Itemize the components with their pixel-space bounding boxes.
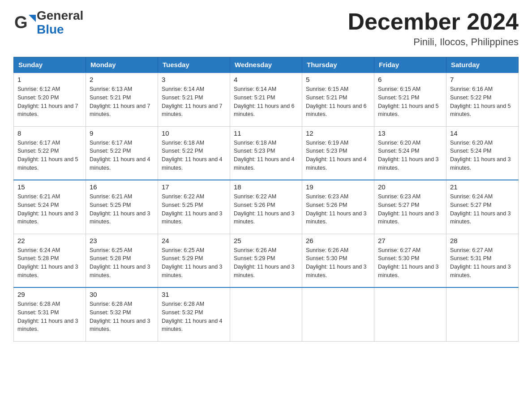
day-number: 16 <box>90 183 154 191</box>
day-number: 15 <box>17 183 82 191</box>
day-info: Sunrise: 6:14 AMSunset: 5:21 PMDaylight:… <box>234 85 298 119</box>
day-number: 13 <box>378 129 442 137</box>
day-number: 26 <box>306 237 370 244</box>
calendar-header-row: SundayMondayTuesdayWednesdayThursdayFrid… <box>14 57 519 73</box>
location: Pinili, Ilocos, Philippines <box>348 36 519 48</box>
day-info: Sunrise: 6:21 AMSunset: 5:24 PMDaylight:… <box>17 193 82 226</box>
calendar-cell <box>374 287 446 341</box>
title-block: December 2024 Pinili, Ilocos, Philippine… <box>348 9 519 48</box>
day-info: Sunrise: 6:14 AMSunset: 5:21 PMDaylight:… <box>162 85 226 119</box>
day-number: 18 <box>234 183 298 191</box>
column-header-sunday: Sunday <box>14 57 86 73</box>
calendar-cell: 12Sunrise: 6:19 AMSunset: 5:23 PMDayligh… <box>302 126 374 180</box>
calendar-cell: 27Sunrise: 6:27 AMSunset: 5:30 PMDayligh… <box>374 234 446 287</box>
calendar-week-row: 1Sunrise: 6:12 AMSunset: 5:20 PMDaylight… <box>14 73 519 126</box>
day-info: Sunrise: 6:21 AMSunset: 5:25 PMDaylight:… <box>90 193 154 226</box>
day-number: 6 <box>378 76 442 83</box>
calendar-cell: 19Sunrise: 6:23 AMSunset: 5:26 PMDayligh… <box>302 180 374 234</box>
day-number: 22 <box>17 237 82 244</box>
calendar-week-row: 8Sunrise: 6:17 AMSunset: 5:22 PMDaylight… <box>14 126 519 180</box>
day-number: 31 <box>162 291 226 298</box>
calendar-cell: 16Sunrise: 6:21 AMSunset: 5:25 PMDayligh… <box>86 180 158 234</box>
day-info: Sunrise: 6:25 AMSunset: 5:29 PMDaylight:… <box>162 246 226 280</box>
day-number: 17 <box>162 183 226 191</box>
calendar-cell: 28Sunrise: 6:27 AMSunset: 5:31 PMDayligh… <box>446 234 519 287</box>
svg-marker-1 <box>29 15 36 22</box>
day-info: Sunrise: 6:26 AMSunset: 5:30 PMDaylight:… <box>306 246 370 280</box>
day-info: Sunrise: 6:22 AMSunset: 5:26 PMDaylight:… <box>234 193 298 226</box>
day-number: 19 <box>306 183 370 191</box>
calendar-cell: 6Sunrise: 6:15 AMSunset: 5:21 PMDaylight… <box>374 73 446 126</box>
day-number: 25 <box>234 237 298 244</box>
column-header-tuesday: Tuesday <box>158 57 230 73</box>
day-number: 10 <box>162 129 226 137</box>
calendar-cell: 30Sunrise: 6:28 AMSunset: 5:32 PMDayligh… <box>86 287 158 341</box>
day-number: 5 <box>306 76 370 83</box>
day-info: Sunrise: 6:24 AMSunset: 5:27 PMDaylight:… <box>450 193 515 226</box>
day-number: 9 <box>90 129 154 137</box>
day-info: Sunrise: 6:28 AMSunset: 5:31 PMDaylight:… <box>17 300 82 334</box>
day-number: 7 <box>450 76 515 83</box>
day-info: Sunrise: 6:16 AMSunset: 5:22 PMDaylight:… <box>450 85 515 119</box>
column-header-thursday: Thursday <box>302 57 374 73</box>
calendar-cell: 14Sunrise: 6:20 AMSunset: 5:24 PMDayligh… <box>446 126 519 180</box>
calendar-cell: 21Sunrise: 6:24 AMSunset: 5:27 PMDayligh… <box>446 180 519 234</box>
calendar-cell: 2Sunrise: 6:13 AMSunset: 5:21 PMDaylight… <box>86 73 158 126</box>
column-header-friday: Friday <box>374 57 446 73</box>
calendar-cell: 23Sunrise: 6:25 AMSunset: 5:28 PMDayligh… <box>86 234 158 287</box>
calendar-cell: 3Sunrise: 6:14 AMSunset: 5:21 PMDaylight… <box>158 73 230 126</box>
calendar-cell: 10Sunrise: 6:18 AMSunset: 5:22 PMDayligh… <box>158 126 230 180</box>
day-number: 29 <box>17 291 82 298</box>
day-info: Sunrise: 6:23 AMSunset: 5:27 PMDaylight:… <box>378 193 442 226</box>
logo-icon: G <box>13 11 37 34</box>
day-info: Sunrise: 6:23 AMSunset: 5:26 PMDaylight:… <box>306 193 370 226</box>
day-number: 27 <box>378 237 442 244</box>
logo-blue: Blue <box>37 23 83 37</box>
calendar-cell: 7Sunrise: 6:16 AMSunset: 5:22 PMDaylight… <box>446 73 519 126</box>
day-number: 12 <box>306 129 370 137</box>
calendar-cell <box>446 287 519 341</box>
day-info: Sunrise: 6:18 AMSunset: 5:23 PMDaylight:… <box>234 139 298 172</box>
day-info: Sunrise: 6:22 AMSunset: 5:25 PMDaylight:… <box>162 193 226 226</box>
day-number: 11 <box>234 129 298 137</box>
day-info: Sunrise: 6:19 AMSunset: 5:23 PMDaylight:… <box>306 139 370 172</box>
column-header-saturday: Saturday <box>446 57 519 73</box>
day-info: Sunrise: 6:28 AMSunset: 5:32 PMDaylight:… <box>90 300 154 334</box>
day-number: 3 <box>162 76 226 83</box>
day-info: Sunrise: 6:20 AMSunset: 5:24 PMDaylight:… <box>378 139 442 172</box>
day-info: Sunrise: 6:28 AMSunset: 5:32 PMDaylight:… <box>162 300 226 334</box>
day-info: Sunrise: 6:27 AMSunset: 5:30 PMDaylight:… <box>378 246 442 280</box>
calendar-cell <box>230 287 302 341</box>
day-number: 2 <box>90 76 154 83</box>
calendar-cell: 18Sunrise: 6:22 AMSunset: 5:26 PMDayligh… <box>230 180 302 234</box>
day-number: 4 <box>234 76 298 83</box>
day-number: 28 <box>450 237 515 244</box>
day-number: 8 <box>17 129 82 137</box>
day-number: 20 <box>378 183 442 191</box>
day-number: 1 <box>17 76 82 83</box>
day-number: 30 <box>90 291 154 298</box>
calendar-week-row: 15Sunrise: 6:21 AMSunset: 5:24 PMDayligh… <box>14 180 519 234</box>
calendar-cell: 20Sunrise: 6:23 AMSunset: 5:27 PMDayligh… <box>374 180 446 234</box>
calendar-cell: 22Sunrise: 6:24 AMSunset: 5:28 PMDayligh… <box>14 234 86 287</box>
day-number: 21 <box>450 183 515 191</box>
logo: G General Blue <box>13 9 83 37</box>
day-info: Sunrise: 6:17 AMSunset: 5:22 PMDaylight:… <box>17 139 82 172</box>
calendar-cell: 13Sunrise: 6:20 AMSunset: 5:24 PMDayligh… <box>374 126 446 180</box>
day-info: Sunrise: 6:17 AMSunset: 5:22 PMDaylight:… <box>90 139 154 172</box>
calendar-cell: 26Sunrise: 6:26 AMSunset: 5:30 PMDayligh… <box>302 234 374 287</box>
day-info: Sunrise: 6:12 AMSunset: 5:20 PMDaylight:… <box>17 85 82 119</box>
day-info: Sunrise: 6:25 AMSunset: 5:28 PMDaylight:… <box>90 246 154 280</box>
calendar-cell: 31Sunrise: 6:28 AMSunset: 5:32 PMDayligh… <box>158 287 230 341</box>
column-header-monday: Monday <box>86 57 158 73</box>
calendar-cell: 24Sunrise: 6:25 AMSunset: 5:29 PMDayligh… <box>158 234 230 287</box>
logo-general: General <box>37 9 83 23</box>
calendar-cell: 29Sunrise: 6:28 AMSunset: 5:31 PMDayligh… <box>14 287 86 341</box>
calendar-week-row: 22Sunrise: 6:24 AMSunset: 5:28 PMDayligh… <box>14 234 519 287</box>
day-info: Sunrise: 6:20 AMSunset: 5:24 PMDaylight:… <box>450 139 515 172</box>
day-info: Sunrise: 6:24 AMSunset: 5:28 PMDaylight:… <box>17 246 82 280</box>
calendar-week-row: 29Sunrise: 6:28 AMSunset: 5:31 PMDayligh… <box>14 287 519 341</box>
calendar-table: SundayMondayTuesdayWednesdayThursdayFrid… <box>13 57 519 342</box>
calendar-cell: 8Sunrise: 6:17 AMSunset: 5:22 PMDaylight… <box>14 126 86 180</box>
calendar-cell: 5Sunrise: 6:15 AMSunset: 5:21 PMDaylight… <box>302 73 374 126</box>
